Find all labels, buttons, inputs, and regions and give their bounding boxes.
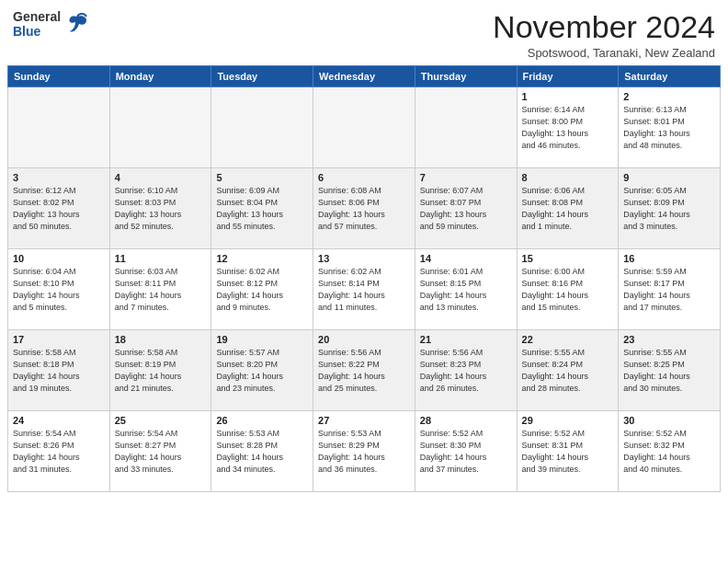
day-info: Sunrise: 6:06 AM Sunset: 8:08 PM Dayligh… xyxy=(522,185,614,233)
day-cell-23: 23Sunrise: 5:55 AM Sunset: 8:25 PM Dayli… xyxy=(619,330,721,411)
day-info: Sunrise: 5:52 AM Sunset: 8:31 PM Dayligh… xyxy=(522,428,614,476)
day-number: 24 xyxy=(13,415,105,426)
day-number: 11 xyxy=(115,253,207,264)
day-cell-3: 3Sunrise: 6:12 AM Sunset: 8:02 PM Daylig… xyxy=(8,168,110,249)
day-cell-26: 26Sunrise: 5:53 AM Sunset: 8:28 PM Dayli… xyxy=(211,411,313,492)
calendar-table: SundayMondayTuesdayWednesdayThursdayFrid… xyxy=(7,65,721,492)
day-cell-13: 13Sunrise: 6:02 AM Sunset: 8:14 PM Dayli… xyxy=(313,249,415,330)
day-info: Sunrise: 6:02 AM Sunset: 8:12 PM Dayligh… xyxy=(216,266,308,314)
day-number: 18 xyxy=(115,334,207,345)
day-cell-21: 21Sunrise: 5:56 AM Sunset: 8:23 PM Dayli… xyxy=(415,330,517,411)
day-cell-16: 16Sunrise: 5:59 AM Sunset: 8:17 PM Dayli… xyxy=(619,249,721,330)
day-info: Sunrise: 5:58 AM Sunset: 8:18 PM Dayligh… xyxy=(13,347,105,395)
day-number: 8 xyxy=(522,172,614,183)
day-cell-1: 1Sunrise: 6:14 AM Sunset: 8:00 PM Daylig… xyxy=(517,87,619,168)
day-number: 29 xyxy=(522,415,614,426)
day-info: Sunrise: 5:55 AM Sunset: 8:25 PM Dayligh… xyxy=(623,347,715,395)
day-header-sunday: Sunday xyxy=(8,66,110,87)
day-cell-5: 5Sunrise: 6:09 AM Sunset: 8:04 PM Daylig… xyxy=(211,168,313,249)
day-cell-8: 8Sunrise: 6:06 AM Sunset: 8:08 PM Daylig… xyxy=(517,168,619,249)
day-cell-30: 30Sunrise: 5:52 AM Sunset: 8:32 PM Dayli… xyxy=(619,411,721,492)
day-number: 21 xyxy=(420,334,512,345)
day-cell-19: 19Sunrise: 5:57 AM Sunset: 8:20 PM Dayli… xyxy=(211,330,313,411)
day-number: 23 xyxy=(623,334,715,345)
day-info: Sunrise: 5:52 AM Sunset: 8:30 PM Dayligh… xyxy=(420,428,512,476)
day-number: 14 xyxy=(420,253,512,264)
day-info: Sunrise: 6:07 AM Sunset: 8:07 PM Dayligh… xyxy=(420,185,512,233)
day-number: 28 xyxy=(420,415,512,426)
empty-cell xyxy=(211,87,313,168)
day-number: 12 xyxy=(216,253,308,264)
day-info: Sunrise: 5:59 AM Sunset: 8:17 PM Dayligh… xyxy=(623,266,715,314)
title-block: November 2024 Spotswood, Taranaki, New Z… xyxy=(493,9,715,60)
day-number: 3 xyxy=(13,172,105,183)
day-info: Sunrise: 5:54 AM Sunset: 8:26 PM Dayligh… xyxy=(13,428,105,476)
day-cell-18: 18Sunrise: 5:58 AM Sunset: 8:19 PM Dayli… xyxy=(109,330,211,411)
logo: General Blue xyxy=(13,9,90,39)
day-cell-4: 4Sunrise: 6:10 AM Sunset: 8:03 PM Daylig… xyxy=(109,168,211,249)
empty-cell xyxy=(8,87,110,168)
day-info: Sunrise: 5:55 AM Sunset: 8:24 PM Dayligh… xyxy=(522,347,614,395)
day-header-tuesday: Tuesday xyxy=(211,66,313,87)
day-header-thursday: Thursday xyxy=(415,66,517,87)
day-info: Sunrise: 6:00 AM Sunset: 8:16 PM Dayligh… xyxy=(522,266,614,314)
day-cell-28: 28Sunrise: 5:52 AM Sunset: 8:30 PM Dayli… xyxy=(415,411,517,492)
day-info: Sunrise: 6:03 AM Sunset: 8:11 PM Dayligh… xyxy=(115,266,207,314)
day-info: Sunrise: 5:52 AM Sunset: 8:32 PM Dayligh… xyxy=(623,428,715,476)
day-cell-7: 7Sunrise: 6:07 AM Sunset: 8:07 PM Daylig… xyxy=(415,168,517,249)
day-info: Sunrise: 6:08 AM Sunset: 8:06 PM Dayligh… xyxy=(318,185,410,233)
day-number: 27 xyxy=(318,415,410,426)
day-number: 19 xyxy=(216,334,308,345)
empty-cell xyxy=(415,87,517,168)
day-number: 10 xyxy=(13,253,105,264)
day-number: 20 xyxy=(318,334,410,345)
day-number: 13 xyxy=(318,253,410,264)
day-number: 9 xyxy=(623,172,715,183)
day-cell-15: 15Sunrise: 6:00 AM Sunset: 8:16 PM Dayli… xyxy=(517,249,619,330)
day-cell-12: 12Sunrise: 6:02 AM Sunset: 8:12 PM Dayli… xyxy=(211,249,313,330)
day-number: 2 xyxy=(623,91,715,102)
day-info: Sunrise: 6:12 AM Sunset: 8:02 PM Dayligh… xyxy=(13,185,105,233)
day-cell-27: 27Sunrise: 5:53 AM Sunset: 8:29 PM Dayli… xyxy=(313,411,415,492)
day-cell-29: 29Sunrise: 5:52 AM Sunset: 8:31 PM Dayli… xyxy=(517,411,619,492)
day-number: 26 xyxy=(216,415,308,426)
logo-general: General xyxy=(13,9,61,24)
day-cell-10: 10Sunrise: 6:04 AM Sunset: 8:10 PM Dayli… xyxy=(8,249,110,330)
day-info: Sunrise: 6:02 AM Sunset: 8:14 PM Dayligh… xyxy=(318,266,410,314)
day-cell-20: 20Sunrise: 5:56 AM Sunset: 8:22 PM Dayli… xyxy=(313,330,415,411)
day-cell-14: 14Sunrise: 6:01 AM Sunset: 8:15 PM Dayli… xyxy=(415,249,517,330)
day-info: Sunrise: 6:04 AM Sunset: 8:10 PM Dayligh… xyxy=(13,266,105,314)
day-info: Sunrise: 6:10 AM Sunset: 8:03 PM Dayligh… xyxy=(115,185,207,233)
logo-blue: Blue xyxy=(13,24,61,39)
empty-cell xyxy=(313,87,415,168)
day-number: 25 xyxy=(115,415,207,426)
day-cell-9: 9Sunrise: 6:05 AM Sunset: 8:09 PM Daylig… xyxy=(619,168,721,249)
day-info: Sunrise: 5:54 AM Sunset: 8:27 PM Dayligh… xyxy=(115,428,207,476)
day-info: Sunrise: 5:53 AM Sunset: 8:28 PM Dayligh… xyxy=(216,428,308,476)
day-number: 5 xyxy=(216,172,308,183)
day-cell-25: 25Sunrise: 5:54 AM Sunset: 8:27 PM Dayli… xyxy=(109,411,211,492)
day-info: Sunrise: 6:05 AM Sunset: 8:09 PM Dayligh… xyxy=(623,185,715,233)
day-number: 15 xyxy=(522,253,614,264)
empty-cell xyxy=(109,87,211,168)
day-cell-17: 17Sunrise: 5:58 AM Sunset: 8:18 PM Dayli… xyxy=(8,330,110,411)
day-info: Sunrise: 6:01 AM Sunset: 8:15 PM Dayligh… xyxy=(420,266,512,314)
day-cell-6: 6Sunrise: 6:08 AM Sunset: 8:06 PM Daylig… xyxy=(313,168,415,249)
day-cell-24: 24Sunrise: 5:54 AM Sunset: 8:26 PM Dayli… xyxy=(8,411,110,492)
day-info: Sunrise: 5:53 AM Sunset: 8:29 PM Dayligh… xyxy=(318,428,410,476)
day-header-monday: Monday xyxy=(109,66,211,87)
month-title: November 2024 xyxy=(493,9,715,45)
day-cell-11: 11Sunrise: 6:03 AM Sunset: 8:11 PM Dayli… xyxy=(109,249,211,330)
day-header-wednesday: Wednesday xyxy=(313,66,415,87)
day-info: Sunrise: 6:13 AM Sunset: 8:01 PM Dayligh… xyxy=(623,104,715,152)
day-cell-2: 2Sunrise: 6:13 AM Sunset: 8:01 PM Daylig… xyxy=(619,87,721,168)
day-number: 17 xyxy=(13,334,105,345)
logo-icon xyxy=(64,11,90,37)
day-number: 22 xyxy=(522,334,614,345)
day-header-friday: Friday xyxy=(517,66,619,87)
day-info: Sunrise: 6:14 AM Sunset: 8:00 PM Dayligh… xyxy=(522,104,614,152)
day-number: 30 xyxy=(623,415,715,426)
day-number: 16 xyxy=(623,253,715,264)
day-number: 6 xyxy=(318,172,410,183)
day-number: 4 xyxy=(115,172,207,183)
